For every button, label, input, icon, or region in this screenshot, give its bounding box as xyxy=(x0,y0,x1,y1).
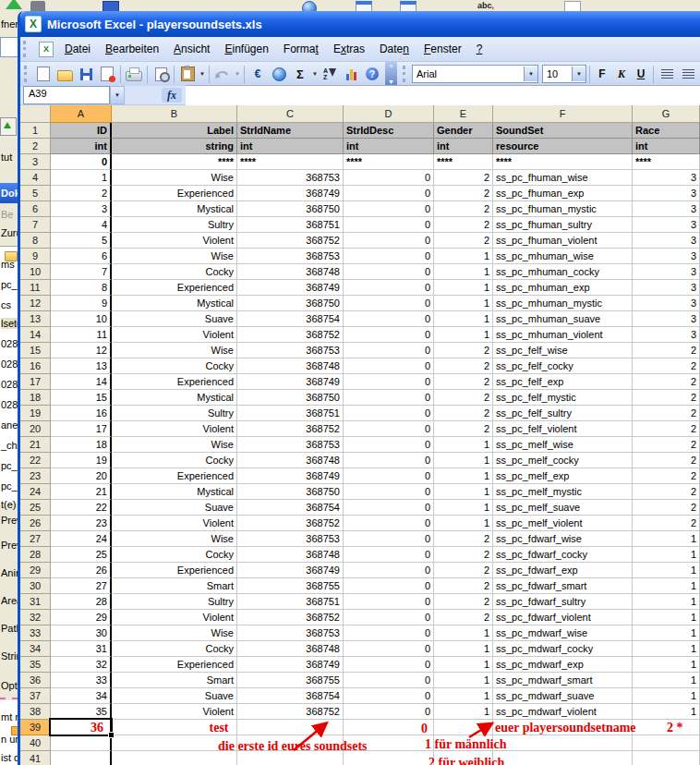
cell-E23[interactable]: 1 xyxy=(434,468,493,484)
paste-dropdown[interactable]: ▼ xyxy=(199,71,206,77)
cell-C28[interactable]: 368748 xyxy=(237,547,344,563)
cell-C19[interactable]: 368751 xyxy=(237,406,344,421)
cell-G27[interactable]: 1 xyxy=(633,531,700,547)
cell-C2[interactable]: int xyxy=(237,139,344,154)
cell-F34[interactable]: ss_pc_mdwarf_cocky xyxy=(493,641,633,657)
cell-D32[interactable]: 0 xyxy=(344,610,434,625)
undo-dropdown[interactable]: ▼ xyxy=(234,71,241,77)
row-header-7[interactable]: 7 xyxy=(20,217,51,233)
cell-B27[interactable]: Wise xyxy=(112,531,237,547)
cell-E38[interactable]: 1 xyxy=(434,704,493,720)
cell-B9[interactable]: Wise xyxy=(112,249,237,264)
cell-E33[interactable]: 1 xyxy=(434,625,493,641)
row-header-37[interactable]: 37 xyxy=(20,688,51,704)
row-header-29[interactable]: 29 xyxy=(20,563,51,578)
cell-F11[interactable]: ss_pc_mhuman_exp xyxy=(493,280,633,296)
autosum-button[interactable]: Σ xyxy=(290,65,310,83)
help-button[interactable]: ? xyxy=(362,65,382,83)
cell-E26[interactable]: 1 xyxy=(434,516,493,531)
save-icon[interactable] xyxy=(103,1,119,11)
cell-C1[interactable]: StrIdName xyxy=(237,123,344,139)
column-header-A[interactable]: A xyxy=(51,105,112,123)
cell-D4[interactable]: 0 xyxy=(344,170,434,186)
row-header-17[interactable]: 17 xyxy=(20,374,51,390)
italic-button[interactable]: K xyxy=(612,65,631,83)
cell-B16[interactable]: Cocky xyxy=(112,358,237,374)
row-header-28[interactable]: 28 xyxy=(20,547,51,563)
cell-F2[interactable]: resource xyxy=(493,139,633,154)
autosum-dropdown[interactable]: ▼ xyxy=(311,71,319,77)
cell-B22[interactable]: Cocky xyxy=(112,453,237,468)
cell-G20[interactable]: 2 xyxy=(633,421,700,437)
insert-hyperlink-button[interactable] xyxy=(269,65,289,83)
menu-item-ansicht[interactable]: Ansicht xyxy=(166,39,217,59)
cell-D7[interactable]: 0 xyxy=(344,217,434,233)
cell-A35[interactable]: 32 xyxy=(51,657,112,673)
cell-G17[interactable]: 2 xyxy=(633,374,700,390)
row-header-10[interactable]: 10 xyxy=(20,264,51,280)
row-header-3[interactable]: 3 xyxy=(20,154,51,170)
cell-B37[interactable]: Suave xyxy=(112,688,237,704)
cell-D41[interactable] xyxy=(344,751,434,765)
cell-D3[interactable]: **** xyxy=(344,154,434,170)
cell-C36[interactable]: 368755 xyxy=(237,673,344,688)
cell-C6[interactable]: 368750 xyxy=(237,201,344,217)
cell-A10[interactable]: 7 xyxy=(51,264,112,280)
cell-B3[interactable]: **** xyxy=(112,154,237,170)
background-go-button[interactable] xyxy=(0,117,17,136)
cell-D29[interactable]: 0 xyxy=(344,563,434,578)
menu-item-?[interactable]: ? xyxy=(469,39,490,59)
cell-C12[interactable]: 368750 xyxy=(237,296,344,311)
row-header-19[interactable]: 19 xyxy=(20,406,51,421)
cell-F1[interactable]: SoundSet xyxy=(493,123,633,139)
cell-E36[interactable]: 1 xyxy=(434,673,493,688)
cell-F24[interactable]: ss_pc_melf_mystic xyxy=(493,484,633,500)
cell-F32[interactable]: ss_pc_fdwarf_violent xyxy=(493,610,633,625)
cell-F33[interactable]: ss_pc_mdwarf_wise xyxy=(493,625,633,641)
cell-D22[interactable]: 0 xyxy=(344,453,434,468)
cell-B15[interactable]: Wise xyxy=(112,343,237,358)
cell-A30[interactable]: 27 xyxy=(51,578,112,594)
cell-G16[interactable]: 2 xyxy=(633,358,700,374)
cell-F14[interactable]: ss_pc_mhuman_violent xyxy=(493,327,633,343)
cell-C30[interactable]: 368755 xyxy=(237,578,344,594)
cell-F18[interactable]: ss_pc_felf_mystic xyxy=(493,390,633,406)
cell-E25[interactable]: 1 xyxy=(434,500,493,516)
cell-D14[interactable]: 0 xyxy=(344,327,434,343)
background-text-field[interactable] xyxy=(0,37,18,57)
cell-C31[interactable]: 368751 xyxy=(237,594,344,610)
cell-D30[interactable]: 0 xyxy=(344,578,434,594)
cell-G10[interactable]: 3 xyxy=(633,264,700,280)
cell-B13[interactable]: Suave xyxy=(112,311,237,327)
cell-D15[interactable]: 0 xyxy=(344,343,434,358)
cell-C41[interactable] xyxy=(237,751,344,765)
select-all-corner[interactable] xyxy=(20,105,51,123)
cell-E30[interactable]: 2 xyxy=(434,578,493,594)
cell-F5[interactable]: ss_pc_fhuman_exp xyxy=(493,186,633,201)
cell-C23[interactable]: 368749 xyxy=(237,468,344,484)
cell-A29[interactable]: 26 xyxy=(51,563,112,578)
cell-F8[interactable]: ss_pc_fhuman_violent xyxy=(493,233,633,249)
toolbar-grip[interactable] xyxy=(403,66,408,82)
cell-D1[interactable]: StrIdDesc xyxy=(344,123,434,139)
cell-D5[interactable]: 0 xyxy=(344,186,434,201)
cell-G32[interactable]: 1 xyxy=(633,610,700,625)
cell-F6[interactable]: ss_pc_fhuman_mystic xyxy=(493,201,633,217)
cell-A21[interactable]: 18 xyxy=(51,437,112,453)
cell-F17[interactable]: ss_pc_felf_exp xyxy=(493,374,633,390)
row-header-32[interactable]: 32 xyxy=(20,610,51,625)
cell-G5[interactable]: 3 xyxy=(633,186,700,201)
formula-input[interactable] xyxy=(186,85,700,106)
cell-F36[interactable]: ss_pc_mdwarf_smart xyxy=(493,673,633,688)
row-header-30[interactable]: 30 xyxy=(20,578,51,594)
cell-A12[interactable]: 9 xyxy=(51,296,112,311)
cell-G40[interactable] xyxy=(633,735,700,751)
row-header-5[interactable]: 5 xyxy=(20,186,51,201)
cell-D37[interactable]: 0 xyxy=(344,688,434,704)
cell-D34[interactable]: 0 xyxy=(344,641,434,657)
cell-C29[interactable]: 368749 xyxy=(237,563,344,578)
cell-C13[interactable]: 368754 xyxy=(237,311,344,327)
cell-D16[interactable]: 0 xyxy=(344,358,434,374)
cell-E29[interactable]: 2 xyxy=(434,563,493,578)
cell-D28[interactable]: 0 xyxy=(344,547,434,563)
